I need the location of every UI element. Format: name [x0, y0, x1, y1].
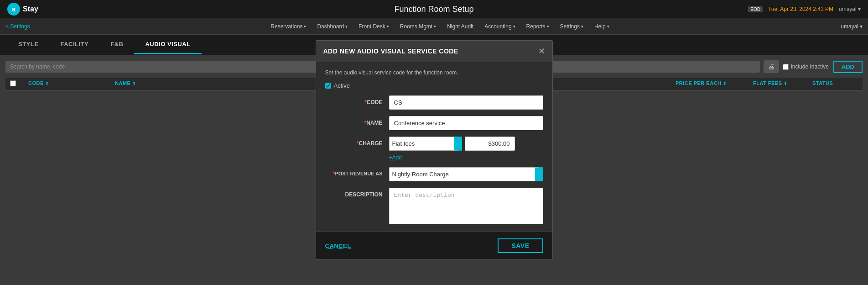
- th-flat[interactable]: FLAT FEES ⬆: [753, 80, 808, 87]
- modal-close-button[interactable]: ✕: [538, 47, 545, 55]
- nav-item-dashboard[interactable]: Dashboard ▾: [312, 21, 352, 32]
- active-label: Active: [334, 82, 350, 89]
- nav-items: Reservations ▾ Dashboard ▾ Front Desk ▾ …: [39, 21, 841, 32]
- nav-item-settings[interactable]: Settings ▾: [556, 21, 588, 32]
- modal-title: ADD NEW AUDIO VISUAL SERVICE CODE: [323, 48, 458, 55]
- nav-item-reports[interactable]: Reports ▾: [522, 21, 554, 32]
- logo: a Stay: [7, 3, 38, 16]
- include-inactive-checkbox[interactable]: [783, 64, 789, 70]
- nav-item-roomsmgmt[interactable]: Rooms Mgmt ▾: [395, 21, 441, 32]
- post-revenue-label: *POST REVENUE AS: [325, 167, 389, 176]
- charge-row: *CHARGE Flat fees Per person Per hour +A…: [325, 137, 543, 161]
- settings-link[interactable]: < Settings: [5, 23, 30, 30]
- th-checkbox: [10, 80, 24, 87]
- name-row: *NAME: [325, 116, 543, 130]
- nav-item-frontdesk[interactable]: Front Desk ▾: [354, 21, 394, 32]
- include-inactive-label[interactable]: Include Inactive: [783, 63, 828, 70]
- post-revenue-select[interactable]: Nightly Room Charge Room Service Other: [389, 167, 543, 181]
- tab-audiovisual[interactable]: AUDIO VISUAL: [134, 35, 201, 54]
- cancel-button[interactable]: CANCEL: [325, 243, 351, 249]
- nav-item-accounting[interactable]: Accounting ▾: [480, 21, 520, 32]
- page-title: Function Room Setup: [394, 5, 473, 14]
- nav-item-help[interactable]: Help ▾: [590, 21, 614, 32]
- description-row: DESCRIPTION: [325, 188, 543, 224]
- charge-label: *CHARGE: [325, 137, 389, 147]
- topbar-right: EOD Tue, Apr 23, 2024 2:41 PM umayal ▾: [748, 6, 861, 12]
- modal-description: Set the audio visual service code for th…: [325, 69, 543, 76]
- charge-amount-input[interactable]: [465, 137, 515, 151]
- user-menu[interactable]: umayal ▾: [839, 6, 861, 12]
- logo-icon: a: [7, 3, 20, 16]
- th-price[interactable]: PRICE PER EACH ⬆: [676, 80, 748, 87]
- th-status: STATUS: [812, 80, 858, 87]
- tab-facility[interactable]: FACILITY: [49, 35, 99, 54]
- save-button[interactable]: SAVE: [498, 238, 543, 253]
- nav-item-nightaudit[interactable]: Night Audit: [442, 21, 478, 32]
- add-charge-link[interactable]: +Add: [389, 154, 543, 161]
- charge-type-select[interactable]: Flat fees Per person Per hour: [389, 137, 462, 151]
- add-button[interactable]: ADD: [833, 61, 863, 73]
- charge-block: Flat fees Per person Per hour +Add: [389, 137, 543, 161]
- logo-text: Stay: [23, 5, 38, 13]
- active-checkbox[interactable]: [325, 83, 331, 89]
- modal-footer: CANCEL SAVE: [316, 232, 552, 259]
- description-textarea[interactable]: [389, 188, 543, 224]
- nav-item-reservations[interactable]: Reservations ▾: [266, 21, 311, 32]
- description-label: DESCRIPTION: [325, 188, 389, 198]
- topbar: a Stay Function Room Setup EOD Tue, Apr …: [0, 0, 868, 18]
- code-input[interactable]: [389, 95, 543, 110]
- code-row: *CODE: [325, 95, 543, 110]
- name-label: *NAME: [325, 116, 389, 126]
- select-all-checkbox[interactable]: [10, 80, 16, 86]
- th-code[interactable]: CODE ⬆: [28, 80, 110, 87]
- code-label: *CODE: [325, 95, 389, 106]
- main-content: 🖨 Include Inactive ADD CODE ⬆ NAME ⬆ PRI…: [0, 55, 868, 285]
- modal-body: Set the audio visual service code for th…: [316, 62, 552, 232]
- print-button[interactable]: 🖨: [764, 60, 779, 73]
- active-row: Active: [325, 82, 543, 89]
- modal: ADD NEW AUDIO VISUAL SERVICE CODE ✕ Set …: [316, 40, 553, 260]
- tab-style[interactable]: STYLE: [7, 35, 49, 54]
- right-controls: Include Inactive ADD: [783, 61, 863, 73]
- name-input[interactable]: [389, 116, 543, 130]
- modal-header: ADD NEW AUDIO VISUAL SERVICE CODE ✕: [316, 41, 552, 62]
- navbar: < Settings Reservations ▾ Dashboard ▾ Fr…: [0, 18, 868, 35]
- nav-user[interactable]: umayal ▾: [841, 23, 863, 30]
- datetime: Tue, Apr 23, 2024 2:41 PM: [768, 6, 833, 12]
- eod-badge: EOD: [748, 6, 763, 12]
- post-revenue-row: *POST REVENUE AS Nightly Room Charge Roo…: [325, 167, 543, 181]
- tab-fb[interactable]: F&B: [99, 35, 134, 54]
